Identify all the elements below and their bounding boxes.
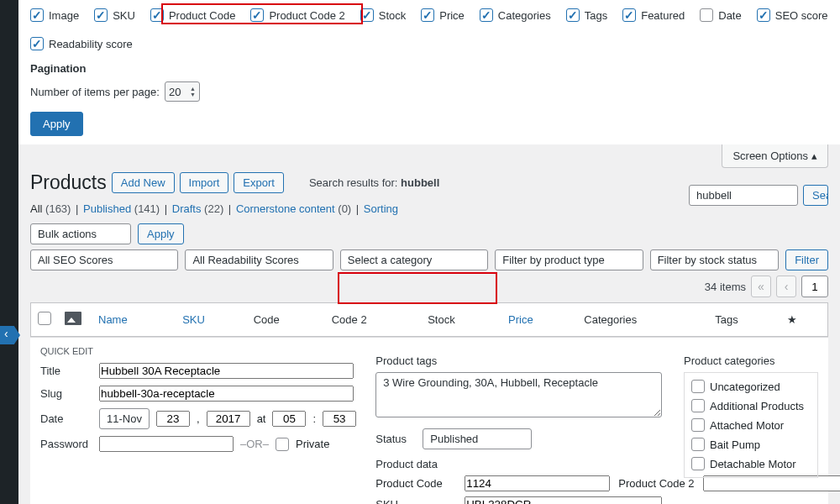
- col-toggle-tags[interactable]: Tags: [566, 8, 607, 22]
- col-price[interactable]: Price: [508, 313, 533, 326]
- screen-options-toggle[interactable]: Screen Options ▴: [722, 144, 828, 168]
- col-toggle-seo-score[interactable]: SEO score: [757, 8, 828, 22]
- password-input[interactable]: [99, 436, 234, 452]
- cat-uncategorized[interactable]: Uncategorized: [691, 380, 811, 393]
- caret-up-icon: ▴: [811, 150, 817, 162]
- filter-published[interactable]: Published (141): [83, 202, 160, 215]
- col-toggle-categories[interactable]: Categories: [480, 8, 551, 22]
- select-all-checkbox[interactable]: [38, 312, 51, 325]
- product-categories-panel: Uncategorized Additional Products Attach…: [684, 372, 818, 478]
- import-button[interactable]: Import: [180, 172, 229, 193]
- private-label: Private: [296, 438, 329, 450]
- admin-sidebar: [0, 0, 18, 504]
- prev-page-button[interactable]: ‹: [776, 276, 796, 297]
- sku-input[interactable]: [465, 496, 662, 504]
- filter-drafts[interactable]: Drafts (22): [172, 202, 223, 215]
- slug-label: Slug: [40, 387, 92, 400]
- col-toggle-price[interactable]: Price: [421, 8, 465, 22]
- cat-detachable-motor[interactable]: Detachable Motor: [691, 457, 811, 470]
- product-tags-textarea[interactable]: 3 Wire Grounding, 30A, Hubbell, Receptac…: [375, 372, 662, 417]
- col-toggle-product-code-2[interactable]: Product Code 2: [250, 8, 344, 22]
- filter-all[interactable]: All (163): [30, 202, 71, 215]
- products-table: Name SKU Code Code 2 Stock Price Categor…: [30, 302, 828, 337]
- product-tags-heading: Product tags: [375, 354, 662, 367]
- search-input[interactable]: [689, 185, 798, 206]
- date-label: Date: [40, 412, 92, 425]
- pagination-heading: Pagination: [30, 62, 828, 75]
- first-page-button[interactable]: «: [751, 276, 771, 297]
- col-name[interactable]: Name: [98, 313, 128, 326]
- col-toggle-sku[interactable]: SKU: [94, 8, 135, 22]
- category-filter[interactable]: Select a category: [340, 249, 488, 270]
- readability-filter[interactable]: All Readability Scores: [185, 249, 333, 270]
- day-input[interactable]: [156, 411, 190, 427]
- title-label: Title: [40, 365, 92, 377]
- page-title: Products: [30, 171, 107, 194]
- hour-input[interactable]: [272, 411, 306, 427]
- stock-status-filter[interactable]: Filter by stock status: [650, 249, 780, 270]
- col-toggle-date[interactable]: Date: [700, 8, 741, 22]
- col-toggle-product-code[interactable]: Product Code: [150, 8, 236, 22]
- col-stock: Stock: [421, 303, 501, 337]
- cat-bait-pump[interactable]: Bait Pump: [691, 438, 811, 451]
- col-toggle-image[interactable]: Image: [30, 8, 79, 22]
- slug-input[interactable]: [99, 386, 354, 402]
- search-button[interactable]: Search: [803, 185, 828, 206]
- sku-label: SKU: [375, 498, 456, 504]
- export-button[interactable]: Export: [234, 172, 284, 193]
- quick-edit-panel: QUICK EDIT Title Slug Date 11-Nov , at :: [30, 337, 828, 504]
- product-type-filter[interactable]: Filter by product type: [495, 249, 643, 270]
- apply-screen-options-button[interactable]: Apply: [30, 112, 83, 136]
- add-new-button[interactable]: Add New: [112, 172, 175, 193]
- col-sku[interactable]: SKU: [182, 313, 205, 326]
- cat-additional-products[interactable]: Additional Products: [691, 399, 811, 412]
- year-input[interactable]: [207, 411, 250, 427]
- spinner-icon[interactable]: ▲▼: [190, 86, 196, 97]
- minute-input[interactable]: [323, 411, 356, 427]
- bulk-actions-select[interactable]: Bulk actions: [30, 223, 131, 244]
- password-label: Password: [40, 438, 92, 450]
- product-code-input[interactable]: [465, 475, 610, 491]
- col-code: Code: [247, 303, 325, 337]
- col-code2: Code 2: [325, 303, 421, 337]
- image-column-icon: [65, 312, 81, 325]
- filter-button[interactable]: Filter: [785, 249, 828, 270]
- product-data-heading: Product data: [375, 458, 662, 470]
- product-code-label: Product Code: [375, 477, 456, 490]
- per-page-input[interactable]: 20 ▲▼: [165, 81, 200, 102]
- cat-attached-motor[interactable]: Attached Motor: [691, 418, 811, 432]
- col-toggle-stock[interactable]: Stock: [360, 8, 407, 22]
- quick-edit-heading: QUICK EDIT: [40, 346, 354, 356]
- col-toggle-readability-score[interactable]: Readability score: [30, 37, 133, 50]
- month-select[interactable]: 11-Nov: [99, 408, 150, 429]
- status-label: Status: [375, 433, 416, 445]
- search-results-label: Search results for: hubbell: [309, 176, 439, 189]
- product-categories-heading: Product categories: [684, 354, 818, 367]
- filter-cornerstone[interactable]: Cornerstone content (0): [236, 202, 351, 215]
- per-page-label: Number of items per page:: [30, 86, 160, 98]
- col-tags: Tags: [708, 303, 780, 337]
- filter-sorting[interactable]: Sorting: [364, 202, 398, 215]
- collapse-menu-arrow[interactable]: [0, 326, 20, 344]
- screen-options-panel: Image SKU Product Code Product Code 2 St…: [18, 0, 840, 144]
- col-categories: Categories: [577, 303, 708, 337]
- col-featured-icon: ★: [780, 303, 827, 337]
- current-page-input[interactable]: [801, 276, 828, 297]
- col-toggle-featured[interactable]: Featured: [622, 8, 685, 22]
- seo-score-filter[interactable]: All SEO Scores: [30, 249, 178, 270]
- apply-bulk-button[interactable]: Apply: [138, 223, 184, 244]
- title-input[interactable]: [99, 363, 354, 379]
- private-checkbox[interactable]: [276, 438, 289, 451]
- status-select[interactable]: Published: [423, 428, 532, 449]
- items-count: 34 items: [705, 281, 746, 293]
- at-label: at: [257, 412, 266, 425]
- or-text: –OR–: [240, 438, 269, 450]
